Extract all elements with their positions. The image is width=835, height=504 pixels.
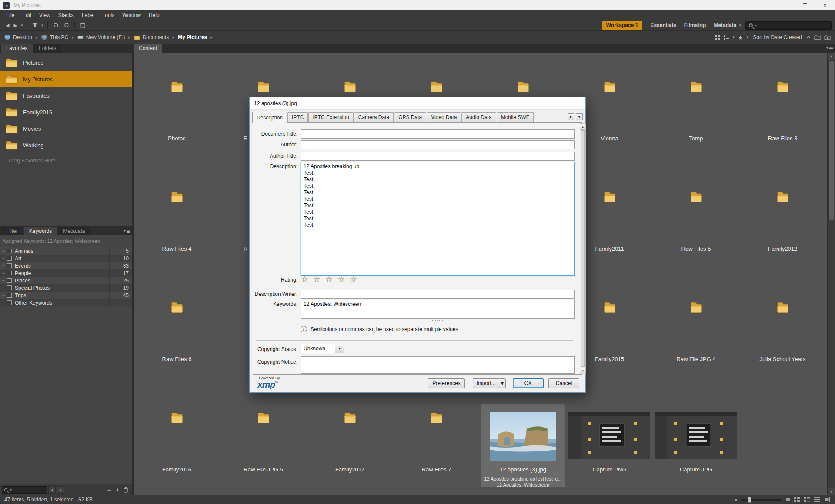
tab-filter[interactable]: Filter [1, 227, 23, 235]
keyword-search-dropdown-icon[interactable]: ▾ [10, 488, 12, 492]
copyright-status-select[interactable]: Unknown [301, 344, 335, 353]
grid-item-raw-file-jpg-5[interactable]: Raw File JPG 5 [220, 384, 307, 494]
grid-item-raw-files-6[interactable]: Raw Files 6 [134, 273, 220, 384]
keyword-checkbox[interactable] [7, 293, 12, 298]
expand-arrow-icon[interactable]: ▸ [0, 271, 7, 275]
dialog-scrollbar-thumb[interactable] [581, 130, 585, 367]
scrollbar-thumb[interactable] [828, 60, 834, 220]
rating-star-icon[interactable]: ☆ [337, 275, 345, 284]
tab-metadata[interactable]: Metadata [58, 227, 90, 235]
sidebar-item-movies[interactable]: Movies [0, 120, 132, 137]
scroll-up-icon[interactable]: ▲ [828, 53, 835, 60]
keyword-checkbox[interactable] [7, 256, 12, 261]
preferences-button[interactable]: Preferences [428, 378, 465, 388]
dialog-tab-video-data[interactable]: Video Data [427, 112, 461, 122]
view-grid-lock-icon[interactable] [794, 497, 800, 502]
menu-file[interactable]: File [2, 12, 18, 18]
dialog-tab-iptc-extension[interactable]: IPTC Extension [308, 112, 353, 122]
sidebar-item-pictures[interactable]: Pictures [0, 54, 132, 71]
new-folder-icon[interactable] [824, 35, 831, 40]
sort-by-label[interactable]: Sort by Date Created [753, 34, 802, 40]
view-details-icon[interactable] [814, 497, 820, 502]
rating-filter-dropdown-icon[interactable]: ▾ [747, 35, 749, 40]
expand-arrow-icon[interactable]: ▸ [0, 256, 7, 260]
scroll-down-icon[interactable]: ▼ [828, 488, 835, 495]
thumbnail-list-icon[interactable] [724, 35, 729, 40]
view-list-icon[interactable] [824, 497, 830, 502]
tab-folders[interactable]: Folders [33, 44, 61, 53]
expand-arrow-icon[interactable]: ▸ [0, 293, 7, 297]
rotate-left-icon[interactable] [51, 22, 61, 28]
grid-item-raw-files-5[interactable]: Raw Files 5 [653, 163, 739, 273]
refine-icon[interactable] [30, 23, 40, 28]
expand-arrow-icon[interactable]: ▸ [0, 249, 7, 253]
dialog-tab-iptc[interactable]: IPTC [287, 112, 308, 122]
dialog-tab-audio-data[interactable]: Audio Data [461, 112, 496, 122]
keyword-row-trips[interactable]: ▸Trips45 [0, 292, 132, 299]
keyword-checkbox[interactable] [7, 278, 12, 283]
search-scope-dropdown-icon[interactable]: ▾ [755, 23, 757, 27]
sidebar-item-working[interactable]: Working [0, 137, 132, 153]
grid-item-photos[interactable]: Photos [134, 53, 220, 163]
rating-star-icon[interactable]: ☆ [301, 275, 308, 284]
import-dropdown-icon[interactable]: ▾ [499, 378, 506, 388]
scroll-down-icon[interactable]: ▼ [580, 368, 585, 374]
author-title-input[interactable] [301, 152, 575, 161]
rating-filter-icon[interactable]: ★ [738, 34, 743, 41]
copyright-status-dropdown-icon[interactable]: ▼ [335, 344, 344, 353]
keyword-row-events[interactable]: ▸Events33 [0, 262, 132, 269]
keyword-checkbox[interactable] [7, 300, 12, 305]
grid-item-temp[interactable]: Temp [653, 53, 739, 163]
smaller-thumbnails-icon[interactable] [735, 499, 737, 501]
content-panel-menu-icon[interactable] [826, 47, 833, 53]
keyword-row-people[interactable]: ▸People17 [0, 269, 132, 277]
delete-icon[interactable] [78, 22, 88, 28]
new-keyword-button[interactable]: + [116, 487, 119, 493]
rating-star-icon[interactable]: ☆ [325, 275, 333, 284]
menu-edit[interactable]: Edit [18, 12, 35, 18]
delete-keyword-button[interactable] [123, 487, 128, 493]
slider-thumb[interactable] [748, 497, 751, 503]
workspace-tab-metadata[interactable]: Metadata [714, 22, 736, 28]
minimize-button[interactable]: – [775, 0, 795, 10]
grid-item-julia-school-years[interactable]: Julia School Years [739, 273, 826, 384]
keywords-textarea[interactable]: 12 Apostles; Widescreen [301, 300, 575, 319]
menu-label[interactable]: Label [78, 12, 98, 18]
sidebar-splitter[interactable] [132, 53, 134, 495]
tab-scroll-right-icon[interactable]: ▶ [568, 113, 574, 120]
back-button[interactable]: ◀ [3, 23, 11, 28]
refine-dropdown-icon[interactable]: ▾ [40, 23, 45, 27]
keyword-checkbox[interactable] [7, 249, 12, 253]
document-title-input[interactable] [301, 129, 575, 139]
grid-item-raw-file-jpg-4[interactable]: Raw File JPG 4 [653, 273, 739, 384]
copyright-notice-textarea[interactable] [301, 356, 575, 374]
import-button[interactable]: Import... [473, 378, 499, 388]
dialog-tab-camera-data[interactable]: Camera Data [354, 112, 394, 122]
thumbnail-size-slider[interactable] [741, 499, 782, 501]
sidebar-item-family2016[interactable]: Family2016 [0, 104, 132, 120]
tab-favorites[interactable]: Favorites [1, 44, 33, 53]
next-keyword-button[interactable]: ▸ [57, 486, 64, 494]
menu-view[interactable]: View [35, 12, 54, 18]
grid-item-family2017[interactable]: Family2017 [307, 384, 393, 494]
view-dropdown-icon[interactable]: ▾ [733, 35, 735, 40]
tab-list-dropdown-icon[interactable]: ▼ [576, 113, 583, 120]
menu-stacks[interactable]: Stacks [54, 12, 78, 18]
description-writer-input[interactable] [301, 290, 575, 299]
breadcrumb-this-pc[interactable]: This PC [41, 34, 69, 40]
workspace-tab-workspace-1[interactable]: Workspace 1 [602, 21, 643, 30]
previous-keyword-button[interactable]: ◂ [48, 486, 56, 494]
grid-item-capture-png[interactable]: Capture.PNG [566, 384, 653, 494]
breadcrumb-desktop[interactable]: Desktop [4, 34, 32, 40]
menu-help[interactable]: Help [145, 12, 164, 18]
rating-star-icon[interactable]: ☆ [313, 275, 321, 284]
tab-content[interactable]: Content [134, 44, 162, 53]
new-sub-keyword-button[interactable] [106, 487, 112, 492]
rotate-right-icon[interactable] [61, 22, 72, 28]
workspace-tab-essentials[interactable]: Essentials [650, 22, 676, 28]
dialog-scrollbar[interactable]: ▲ ▼ [580, 123, 586, 374]
dialog-tab-mobile-swf[interactable]: Mobile SWF [497, 112, 534, 122]
keywords-resize-grip[interactable] [432, 320, 443, 322]
close-button[interactable]: × [815, 0, 835, 10]
workspace-tab-filmstrip[interactable]: Filmstrip [684, 22, 706, 28]
